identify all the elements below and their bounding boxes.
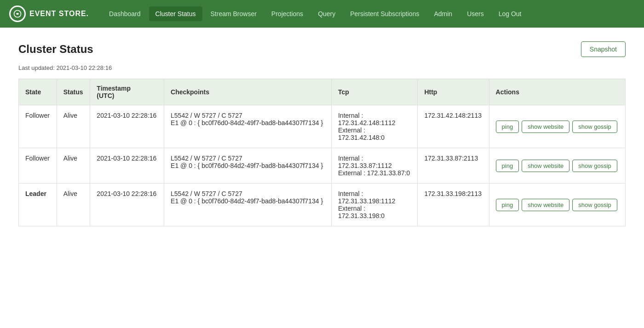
- cell-checkpoints: L5542 / W 5727 / C 5727E1 @ 0 : { bc0f76…: [164, 105, 332, 148]
- cell-status: Alive: [57, 148, 90, 184]
- action-btn-ping[interactable]: ping: [496, 199, 519, 211]
- col-header-checkpoints: Checkpoints: [164, 79, 332, 105]
- cell-http: 172.31.33.87:2113: [418, 148, 489, 184]
- page-content: Cluster Status Snapshot Last updated: 20…: [0, 28, 644, 240]
- col-header-state: State: [19, 79, 57, 105]
- cell-http: 172.31.33.198:2113: [418, 184, 489, 226]
- nav-link-stream-browser[interactable]: Stream Browser: [204, 6, 263, 21]
- cell-state: Follower: [19, 148, 57, 184]
- cell-http: 172.31.42.148:2113: [418, 105, 489, 148]
- cell-timestamp: 2021-03-10 22:28:16: [90, 105, 164, 148]
- logo-text: EVENT STORE.: [29, 10, 89, 18]
- logo-icon: [9, 6, 26, 22]
- action-btn-show-website[interactable]: show website: [522, 160, 569, 172]
- nav-link-users[interactable]: Users: [460, 6, 490, 21]
- nav-link-persistent-subscriptions[interactable]: Persistent Subscriptions: [344, 6, 426, 21]
- table-header-row: StateStatusTimestamp(UTC)CheckpointsTcpH…: [19, 79, 626, 105]
- cell-timestamp: 2021-03-10 22:28:16: [90, 148, 164, 184]
- nav-link-dashboard[interactable]: Dashboard: [103, 6, 147, 21]
- cell-actions: pingshow websiteshow gossip: [489, 105, 625, 148]
- table-row: FollowerAlive2021-03-10 22:28:16L5542 / …: [19, 148, 626, 184]
- table-row: FollowerAlive2021-03-10 22:28:16L5542 / …: [19, 105, 626, 148]
- cell-tcp: Internal :172.31.33.87:1112External : 17…: [331, 148, 417, 184]
- nav-links: DashboardCluster StatusStream BrowserPro…: [103, 6, 635, 21]
- logo: EVENT STORE.: [9, 6, 89, 22]
- col-header-tcp: Tcp: [331, 79, 417, 105]
- col-header-timestamp-utc: Timestamp(UTC): [90, 79, 164, 105]
- cell-state: Leader: [19, 184, 57, 226]
- cell-tcp: Internal :172.31.33.198:1112External :17…: [331, 184, 417, 226]
- cell-tcp: Internal :172.31.42.148:1112External :17…: [331, 105, 417, 148]
- page-title: Cluster Status: [18, 43, 93, 56]
- cell-actions: pingshow websiteshow gossip: [489, 184, 625, 226]
- cell-timestamp: 2021-03-10 22:28:16: [90, 184, 164, 226]
- nav-link-query[interactable]: Query: [311, 6, 342, 21]
- page-header: Cluster Status Snapshot: [18, 41, 626, 57]
- action-btn-ping[interactable]: ping: [496, 160, 519, 172]
- nav-link-log-out[interactable]: Log Out: [492, 6, 528, 21]
- action-btn-show-gossip[interactable]: show gossip: [572, 121, 617, 133]
- action-btn-show-website[interactable]: show website: [522, 199, 569, 211]
- action-btn-show-gossip[interactable]: show gossip: [572, 160, 617, 172]
- table-body: FollowerAlive2021-03-10 22:28:16L5542 / …: [19, 105, 626, 226]
- col-header-status: Status: [57, 79, 90, 105]
- action-btn-show-gossip[interactable]: show gossip: [572, 199, 617, 211]
- cluster-table: StateStatusTimestamp(UTC)CheckpointsTcpH…: [18, 79, 626, 226]
- col-header-actions: Actions: [489, 79, 625, 105]
- cell-checkpoints: L5542 / W 5727 / C 5727E1 @ 0 : { bc0f76…: [164, 184, 332, 226]
- last-updated: Last updated: 2021-03-10 22:28:16: [18, 64, 626, 71]
- navbar: EVENT STORE. DashboardCluster StatusStre…: [0, 0, 644, 28]
- cell-checkpoints: L5542 / W 5727 / C 5727E1 @ 0 : { bc0f76…: [164, 148, 332, 184]
- cell-status: Alive: [57, 105, 90, 148]
- cell-state: Follower: [19, 105, 57, 148]
- table-row: LeaderAlive2021-03-10 22:28:16L5542 / W …: [19, 184, 626, 226]
- col-header-http: Http: [418, 79, 489, 105]
- nav-link-admin[interactable]: Admin: [427, 6, 459, 21]
- action-btn-show-website[interactable]: show website: [522, 121, 569, 133]
- nav-link-cluster-status[interactable]: Cluster Status: [149, 6, 202, 21]
- action-btn-ping[interactable]: ping: [496, 121, 519, 133]
- snapshot-button[interactable]: Snapshot: [581, 41, 626, 57]
- cell-actions: pingshow websiteshow gossip: [489, 148, 625, 184]
- cell-status: Alive: [57, 184, 90, 226]
- nav-link-projections[interactable]: Projections: [265, 6, 310, 21]
